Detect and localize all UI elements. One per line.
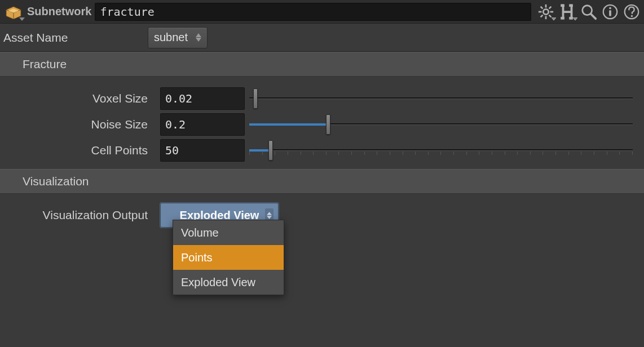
node-name-input[interactable] bbox=[95, 3, 531, 21]
svg-rect-11 bbox=[561, 17, 564, 19]
voxel-size-slider[interactable] bbox=[249, 87, 633, 110]
gear-icon[interactable] bbox=[537, 3, 555, 21]
noise-size-slider[interactable] bbox=[249, 113, 633, 136]
group-header-visualization[interactable]: Visualization bbox=[0, 169, 644, 194]
asset-name-value: subnet bbox=[154, 31, 188, 44]
visualization-output-dropdown: Volume Points Exploded View bbox=[173, 220, 284, 295]
houdini-h-icon[interactable] bbox=[558, 3, 576, 21]
param-row-viz-output: Visualization Output Exploded View Volum… bbox=[0, 194, 644, 228]
node-type-label: Subnetwork bbox=[27, 5, 91, 18]
asset-name-select[interactable]: subnet bbox=[148, 27, 208, 48]
param-label: Noise Size bbox=[0, 118, 160, 131]
search-icon[interactable] bbox=[580, 3, 598, 21]
info-icon[interactable] bbox=[601, 3, 619, 21]
help-icon[interactable] bbox=[623, 3, 641, 21]
svg-point-19 bbox=[631, 15, 633, 16]
node-type-icon[interactable] bbox=[3, 3, 24, 20]
svg-rect-12 bbox=[570, 17, 573, 19]
svg-line-7 bbox=[549, 6, 552, 8]
param-row-cell-points: Cell Points bbox=[0, 137, 633, 163]
asset-name-label: Asset Name bbox=[3, 31, 148, 45]
dropdown-option-exploded-view[interactable]: Exploded View bbox=[173, 270, 284, 295]
cell-points-input[interactable] bbox=[160, 139, 245, 162]
group-header-fracture[interactable]: Fracture bbox=[0, 52, 644, 77]
param-row-noise-size: Noise Size bbox=[0, 112, 633, 137]
svg-rect-9 bbox=[561, 4, 564, 6]
param-label: Voxel Size bbox=[0, 92, 160, 105]
asset-name-row: Asset Name subnet bbox=[0, 24, 644, 52]
dropdown-option-points[interactable]: Points bbox=[173, 245, 284, 270]
svg-line-6 bbox=[549, 15, 552, 17]
svg-line-8 bbox=[541, 15, 543, 17]
param-row-voxel-size: Voxel Size bbox=[0, 86, 633, 112]
svg-line-5 bbox=[541, 6, 543, 8]
spinner-arrows-icon bbox=[196, 33, 201, 42]
dropdown-option-volume[interactable]: Volume bbox=[173, 220, 284, 245]
svg-point-0 bbox=[543, 9, 548, 14]
svg-rect-10 bbox=[570, 4, 573, 6]
param-label: Visualization Output bbox=[0, 203, 160, 222]
cell-points-slider[interactable] bbox=[249, 139, 633, 162]
param-label: Cell Points bbox=[0, 144, 160, 157]
parameter-pane-header: Subnetwork bbox=[0, 0, 644, 24]
svg-rect-17 bbox=[609, 10, 611, 16]
voxel-size-input[interactable] bbox=[160, 87, 245, 110]
svg-point-16 bbox=[609, 7, 611, 9]
chevron-down-icon bbox=[19, 11, 25, 24]
noise-size-input[interactable] bbox=[160, 113, 245, 136]
svg-line-14 bbox=[591, 14, 596, 18]
